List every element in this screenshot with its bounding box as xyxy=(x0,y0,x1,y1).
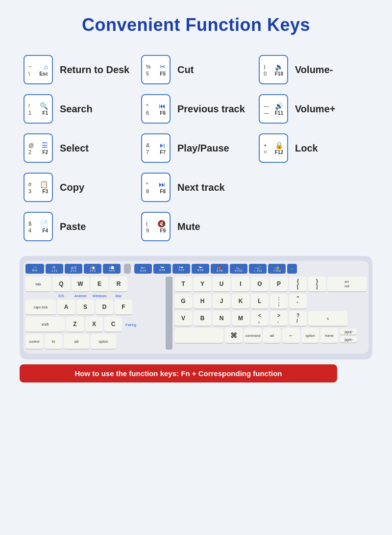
key-v[interactable]: V xyxy=(174,311,192,327)
tab-label: tab xyxy=(35,282,41,286)
fn-f6-key[interactable]: ^⏮6 F6 xyxy=(153,264,171,274)
key-enter[interactable]: enret xyxy=(327,277,367,292)
key-1: 1 xyxy=(28,110,31,116)
search-icon: 🔍 xyxy=(40,102,48,110)
fn-f3-key[interactable]: #📋3 F3 xyxy=(84,264,101,274)
key-option-right[interactable]: option xyxy=(301,328,319,344)
key-period[interactable]: >. xyxy=(270,311,288,327)
vol-down-icon: 🔉 xyxy=(275,63,283,71)
next-track-icon: ⏭ xyxy=(159,180,166,188)
option-right-label: option xyxy=(305,334,315,337)
key-y[interactable]: Y xyxy=(194,277,211,292)
key-slash[interactable]: ?/ xyxy=(289,311,307,327)
key-tab[interactable]: tab xyxy=(25,277,51,292)
key-pgup[interactable]: pgup xyxy=(340,329,357,335)
key-x[interactable]: X xyxy=(85,317,103,332)
key-c[interactable]: C xyxy=(104,317,122,332)
key-control[interactable]: control xyxy=(25,334,43,350)
key-l[interactable]: L xyxy=(251,294,269,309)
key-n[interactable]: N xyxy=(213,311,230,327)
label-android: Android xyxy=(72,294,89,298)
fn-f8-key[interactable]: *⏭8 F8 xyxy=(192,264,209,274)
key-quote[interactable]: "' xyxy=(289,294,307,309)
fn-f9-key[interactable]: (🔇9 F9 xyxy=(211,264,228,274)
fk-vol-minus: ) 🔉 0 F10 Volume- xyxy=(255,50,372,89)
key-k[interactable]: K xyxy=(232,294,249,309)
key-home[interactable]: home xyxy=(320,328,338,344)
key-space[interactable] xyxy=(174,328,223,344)
fn-f12-key[interactable]: +🔒= F12 xyxy=(268,264,286,274)
fn-f10-key[interactable]: )🔉0 F10 xyxy=(230,264,247,274)
key-z[interactable]: Z xyxy=(66,317,84,332)
key-s[interactable]: S xyxy=(76,300,94,315)
fn-f11-key[interactable]: —🔊— F11 xyxy=(249,264,267,274)
key-m[interactable]: M xyxy=(232,311,249,327)
qwerty-row3-left: shift Z X C Pairing xyxy=(25,317,164,332)
cut-icon: ✂ xyxy=(160,63,166,71)
key-percent: % xyxy=(146,64,151,70)
fn-f2-key[interactable]: @☰2 F2 xyxy=(65,264,82,274)
key-lbracket[interactable]: {[ xyxy=(289,277,307,292)
fn-f5-key[interactable]: %✂5 F5 xyxy=(134,264,152,274)
key-alt-right[interactable]: alt xyxy=(263,328,281,344)
fn-esc-key[interactable]: ~⌂\Esc xyxy=(25,264,44,274)
key-3: 3 xyxy=(28,188,31,194)
key-q[interactable]: Q xyxy=(52,277,70,292)
fn-f4-key[interactable]: $📄4 F4 xyxy=(103,264,121,274)
qwerty-row3-right: V B N M <, >. ?/ s xyxy=(174,311,367,327)
key-d[interactable]: D xyxy=(96,300,113,315)
os-labels-row: iOS Android Windows Mac xyxy=(25,294,164,298)
key-command[interactable]: command xyxy=(244,328,262,344)
key-equals: = xyxy=(264,149,267,155)
os-spacer xyxy=(25,294,51,298)
key-dollar: $ xyxy=(28,221,31,227)
key-fn-f11: F11 xyxy=(275,110,283,116)
key-j[interactable]: J xyxy=(213,294,230,309)
key-alt-left[interactable]: alt xyxy=(64,334,89,350)
fn-extra-key[interactable]: — xyxy=(287,264,297,274)
key-r[interactable]: R xyxy=(110,277,127,292)
key-option-left[interactable]: option xyxy=(91,334,116,350)
key-cmd-symbol[interactable]: ⌘ xyxy=(225,328,243,344)
key-fn-f6: F6 xyxy=(160,110,166,116)
key-a[interactable]: A xyxy=(57,300,75,315)
key-i[interactable]: I xyxy=(232,277,249,292)
fn-f7-key[interactable]: &⏯7 F7 xyxy=(172,264,190,274)
key-g[interactable]: G xyxy=(174,294,192,309)
fk-play-pause: & ⏯ 7 F7 Play/Pause xyxy=(137,128,255,168)
key-w[interactable]: W xyxy=(72,277,89,292)
key-b[interactable]: B xyxy=(194,311,211,327)
fk-col-3: ) 🔉 0 F10 Volume- — 🔊 xyxy=(255,50,372,246)
key-pgdn[interactable]: pgdn xyxy=(340,336,357,343)
key-caps[interactable]: caps lock xyxy=(25,300,56,315)
key-u[interactable]: U xyxy=(213,277,230,292)
paste-icon: 📄 xyxy=(40,220,48,228)
key-f6: ^ ⏮ 6 F6 xyxy=(141,94,171,124)
fn-label: fn xyxy=(52,339,55,344)
play-pause-icon: ⏯ xyxy=(159,141,166,149)
control-label: control xyxy=(29,340,39,343)
key-e[interactable]: E xyxy=(91,277,108,292)
key-t[interactable]: T xyxy=(174,277,192,292)
alt-label: alt xyxy=(74,339,78,344)
key-shift-left[interactable]: shift xyxy=(25,317,65,332)
key-o[interactable]: O xyxy=(251,277,269,292)
key-p[interactable]: P xyxy=(270,277,288,292)
key-9: 9 xyxy=(146,228,149,233)
option-label: option xyxy=(98,340,108,343)
key-shift-right[interactable]: s xyxy=(308,311,347,327)
key-left-arrow[interactable]: ← xyxy=(282,328,300,344)
key-tilde: ~ xyxy=(28,64,31,70)
key-rbracket[interactable]: }] xyxy=(308,277,326,292)
fn-f1-key[interactable]: !🔍1 F1 xyxy=(46,264,63,274)
key-h[interactable]: H xyxy=(194,294,211,309)
label-ios: iOS xyxy=(52,294,70,298)
alt-right-label: alt xyxy=(270,333,274,338)
fk-label-next-track: Next track xyxy=(177,182,225,193)
key-fn[interactable]: fn xyxy=(45,334,62,350)
key-f9: ( 🔇 9 F9 xyxy=(141,212,171,241)
key-comma[interactable]: <, xyxy=(251,311,269,327)
key-f[interactable]: F xyxy=(115,300,132,315)
key-semicolon[interactable]: :; xyxy=(270,294,288,309)
key-backtick: \ xyxy=(28,71,30,76)
